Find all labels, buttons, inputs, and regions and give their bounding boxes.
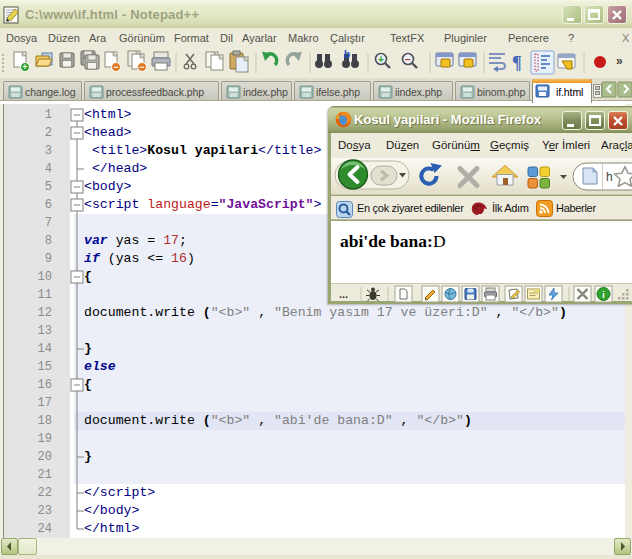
svg-text:»: » bbox=[616, 54, 623, 68]
svg-text:...: ... bbox=[339, 288, 348, 300]
svg-text:+: + bbox=[22, 62, 27, 72]
svg-text:i: i bbox=[602, 290, 605, 300]
svg-text:h: h bbox=[606, 170, 613, 184]
svg-text:+: + bbox=[378, 54, 384, 65]
svg-text:b: b bbox=[344, 49, 350, 60]
svg-text:−: − bbox=[405, 54, 411, 65]
svg-text:−: − bbox=[113, 62, 118, 72]
svg-text:−: − bbox=[139, 62, 144, 72]
svg-text:¶: ¶ bbox=[512, 53, 522, 73]
